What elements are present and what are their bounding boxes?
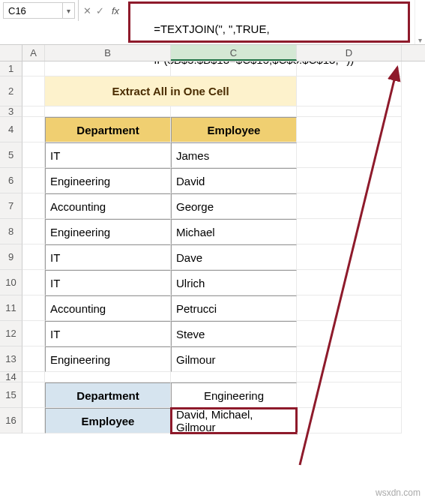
- row-header[interactable]: 2: [0, 76, 22, 106]
- cell-dept[interactable]: IT: [45, 244, 171, 270]
- cell[interactable]: [297, 194, 402, 219]
- table-row: 6 Engineering David: [0, 168, 425, 194]
- row-header[interactable]: 3: [0, 106, 22, 117]
- cell[interactable]: [22, 346, 45, 372]
- cell-emp[interactable]: Petrucci: [171, 296, 297, 321]
- cell[interactable]: [297, 244, 402, 270]
- cell-dept[interactable]: Accounting: [45, 296, 171, 321]
- cell[interactable]: [297, 106, 402, 117]
- row-header[interactable]: 8: [0, 219, 22, 244]
- cell[interactable]: [45, 372, 171, 382]
- row-header[interactable]: 6: [0, 168, 22, 194]
- cell-emp[interactable]: Steve: [171, 321, 297, 346]
- cell[interactable]: [22, 270, 45, 296]
- cell[interactable]: [22, 62, 45, 76]
- table1-header-emp[interactable]: Employee: [171, 117, 297, 142]
- column-headers: A B C D: [0, 45, 425, 62]
- row-header[interactable]: 14: [0, 372, 22, 382]
- formula-expand-icon[interactable]: ▾: [415, 0, 425, 44]
- table1-header-dept[interactable]: Department: [45, 117, 171, 142]
- cell[interactable]: [297, 382, 402, 408]
- cell-dept[interactable]: Engineering: [45, 168, 171, 194]
- row-header[interactable]: 5: [0, 142, 22, 168]
- fx-icon[interactable]: fx: [109, 5, 122, 16]
- table-row: 12 IT Steve: [0, 321, 425, 346]
- cell[interactable]: [171, 106, 297, 117]
- page-title[interactable]: Extract All in One Cell: [45, 76, 297, 106]
- cell[interactable]: [297, 219, 402, 244]
- cell[interactable]: [171, 62, 297, 76]
- row-header[interactable]: 10: [0, 270, 22, 296]
- col-header-A[interactable]: A: [22, 45, 45, 61]
- cell-emp[interactable]: Michael: [171, 219, 297, 244]
- cell[interactable]: [22, 408, 45, 434]
- cell[interactable]: [22, 219, 45, 244]
- cell[interactable]: [22, 76, 45, 106]
- cell-dept[interactable]: Engineering: [45, 346, 171, 372]
- cell[interactable]: [171, 372, 297, 382]
- spreadsheet-grid: A B C D 1 2 Extract All in One Cell 3 4: [0, 45, 425, 434]
- enter-icon[interactable]: ✓: [96, 5, 104, 16]
- cell[interactable]: [297, 76, 402, 106]
- cell[interactable]: [297, 270, 402, 296]
- table-row: 3: [0, 106, 425, 117]
- row-header[interactable]: 13: [0, 346, 22, 372]
- cell-emp[interactable]: Dave: [171, 244, 297, 270]
- cell[interactable]: [22, 117, 45, 142]
- cell[interactable]: [22, 244, 45, 270]
- cell-emp[interactable]: George: [171, 194, 297, 219]
- cell[interactable]: [22, 321, 45, 346]
- row-header[interactable]: 16: [0, 408, 22, 434]
- col-header-D[interactable]: D: [297, 45, 402, 61]
- col-header-B[interactable]: B: [45, 45, 171, 61]
- lookup-emp-value[interactable]: David, Michael, Gilmour: [171, 408, 297, 434]
- row-header[interactable]: 12: [0, 321, 22, 346]
- row-header[interactable]: 1: [0, 62, 22, 76]
- table-row: 10 IT Ulrich: [0, 270, 425, 296]
- cell-emp[interactable]: David: [171, 168, 297, 194]
- cell[interactable]: [22, 372, 45, 382]
- table-row: 2 Extract All in One Cell: [0, 76, 425, 106]
- cell[interactable]: [22, 106, 45, 117]
- cell-emp[interactable]: James: [171, 142, 297, 168]
- row-header[interactable]: 9: [0, 244, 22, 270]
- cell-emp[interactable]: Gilmour: [171, 346, 297, 372]
- cell-emp[interactable]: Ulrich: [171, 270, 297, 296]
- table-row: 4 Department Employee: [0, 117, 425, 142]
- row-header[interactable]: 4: [0, 117, 22, 142]
- row-header[interactable]: 7: [0, 194, 22, 219]
- row-header[interactable]: 15: [0, 382, 22, 408]
- lookup-emp-label[interactable]: Employee: [45, 408, 171, 434]
- cell[interactable]: [22, 296, 45, 321]
- name-box-dropdown[interactable]: ▾: [63, 2, 75, 19]
- formula-input[interactable]: =TEXTJOIN(", ",TRUE, IF($B$5:$B$13=$C$15…: [128, 2, 410, 43]
- name-box[interactable]: [3, 2, 63, 19]
- lookup-dept-value[interactable]: Engineering: [171, 382, 297, 408]
- cell[interactable]: [297, 346, 402, 372]
- cell[interactable]: [22, 194, 45, 219]
- cell[interactable]: [22, 142, 45, 168]
- cell[interactable]: [297, 321, 402, 346]
- cell[interactable]: [297, 117, 402, 142]
- formula-line-1: =TEXTJOIN(", ",TRUE,: [154, 22, 269, 35]
- cell-dept[interactable]: Accounting: [45, 194, 171, 219]
- cell[interactable]: [297, 408, 402, 434]
- cell[interactable]: [45, 62, 171, 76]
- cell[interactable]: [22, 168, 45, 194]
- row-header[interactable]: 11: [0, 296, 22, 321]
- cell-dept[interactable]: Engineering: [45, 219, 171, 244]
- lookup-dept-label[interactable]: Department: [45, 382, 171, 408]
- cell[interactable]: [297, 142, 402, 168]
- cell[interactable]: [297, 296, 402, 321]
- select-all-corner[interactable]: [0, 45, 22, 61]
- cell-dept[interactable]: IT: [45, 321, 171, 346]
- col-header-C[interactable]: C: [171, 45, 297, 61]
- cancel-icon[interactable]: ✕: [83, 5, 91, 16]
- cell[interactable]: [297, 62, 402, 76]
- cell-dept[interactable]: IT: [45, 270, 171, 296]
- cell[interactable]: [22, 382, 45, 408]
- cell-dept[interactable]: IT: [45, 142, 171, 168]
- cell[interactable]: [45, 106, 171, 117]
- cell[interactable]: [297, 168, 402, 194]
- cell[interactable]: [297, 372, 402, 382]
